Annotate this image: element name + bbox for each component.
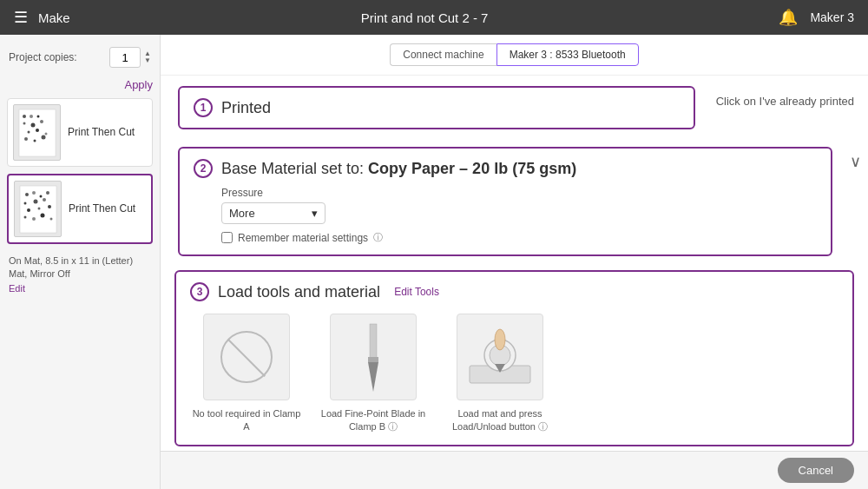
- svg-point-24: [37, 207, 40, 209]
- content-area: Connect machine Maker 3 : 8533 Bluetooth…: [161, 35, 868, 489]
- thumbnail-svg-1: [16, 106, 59, 160]
- page-title: Print and not Cut 2 - 7: [70, 10, 779, 25]
- sidebar-item-2[interactable]: Print Then Cut: [7, 174, 153, 244]
- tool-card-3: Load mat and press Load/Unload button ⓘ: [444, 314, 556, 434]
- selected-edit-link[interactable]: Edit: [9, 283, 25, 294]
- svg-marker-32: [368, 362, 378, 392]
- sidebar-item-1-label: Print Then Cut: [68, 126, 135, 140]
- sidebar-item-2-label: Print Then Cut: [69, 202, 135, 216]
- step3-title: Load tools and material: [218, 283, 380, 301]
- svg-point-17: [32, 191, 36, 195]
- remember-info-icon[interactable]: ⓘ: [373, 231, 383, 244]
- step1-section: 1 Printed: [178, 86, 695, 129]
- tool-card-2-img: [330, 314, 417, 400]
- svg-point-16: [25, 193, 29, 196]
- svg-point-5: [23, 122, 25, 124]
- svg-point-18: [39, 195, 42, 197]
- no-tool-circle: [220, 331, 273, 383]
- main-layout: Project copies: ▲ ▼ Apply: [0, 35, 868, 489]
- svg-point-27: [32, 217, 36, 221]
- pressure-value: More: [229, 207, 255, 220]
- svg-point-26: [23, 215, 26, 218]
- svg-point-8: [27, 130, 30, 133]
- copies-arrows: ▲ ▼: [144, 50, 151, 64]
- svg-point-6: [30, 122, 35, 127]
- step2-number: 2: [194, 159, 213, 178]
- copies-down-arrow[interactable]: ▼: [144, 57, 151, 64]
- step1-hint: Click on I've already printed: [709, 76, 865, 108]
- pressure-label: Pressure: [221, 187, 817, 199]
- project-copies-row: Project copies: ▲ ▼: [7, 43, 153, 71]
- svg-point-21: [33, 199, 37, 203]
- svg-point-2: [23, 115, 26, 118]
- svg-point-3: [30, 115, 33, 118]
- svg-point-9: [36, 129, 39, 132]
- svg-point-28: [40, 213, 44, 217]
- tool2-info-icon[interactable]: ⓘ: [388, 421, 398, 432]
- step3-header: 3 Load tools and material Edit Tools: [190, 282, 838, 301]
- svg-point-12: [33, 139, 36, 142]
- tool-card-1-img: [203, 314, 290, 400]
- pressure-select[interactable]: More ▾: [221, 202, 326, 224]
- edit-tools-link[interactable]: Edit Tools: [394, 286, 439, 298]
- svg-point-10: [44, 132, 47, 135]
- step3-number: 3: [190, 282, 209, 301]
- svg-point-13: [41, 135, 45, 139]
- connect-machine-button[interactable]: Connect machine: [390, 43, 496, 66]
- step2-title: Base Material set to: Copy Paper – 20 lb…: [221, 160, 576, 178]
- header: ☰ Make Print and not Cut 2 - 7 🔔 Maker 3: [0, 0, 868, 35]
- footer: Cancel: [161, 451, 868, 489]
- step2-section: 2 Base Material set to: Copy Paper – 20 …: [178, 147, 832, 256]
- step2-header: 2 Base Material set to: Copy Paper – 20 …: [194, 159, 576, 178]
- machine-name-button[interactable]: Maker 3 : 8533 Bluetooth: [496, 43, 639, 66]
- step1-number: 1: [194, 98, 213, 117]
- svg-point-23: [27, 208, 30, 212]
- load-mat-icon: [465, 322, 535, 392]
- tool-cards: No tool required in Clamp A Load Fine-Po…: [190, 314, 838, 434]
- svg-point-4: [36, 115, 39, 117]
- step2-row: 2 Base Material set to: Copy Paper – 20 …: [194, 159, 817, 178]
- cancel-button[interactable]: Cancel: [778, 458, 854, 483]
- sidebar-item-1[interactable]: Print Then Cut: [7, 98, 153, 167]
- bell-icon[interactable]: 🔔: [779, 8, 798, 27]
- svg-point-19: [46, 191, 49, 195]
- pressure-chevron-icon: ▾: [312, 207, 318, 220]
- step2-title-prefix: Base Material set to:: [221, 160, 368, 177]
- svg-point-36: [495, 329, 505, 350]
- copies-input-group: ▲ ▼: [109, 47, 151, 68]
- thumbnail-svg-2: [16, 182, 60, 236]
- step3-section: 3 Load tools and material Edit Tools No …: [174, 270, 854, 446]
- project-copies-label: Project copies:: [9, 51, 77, 63]
- step1-header: 1 Printed: [194, 98, 680, 117]
- tool-card-1: No tool required in Clamp A: [190, 314, 303, 434]
- no-tool-line: [227, 339, 266, 377]
- machine-bar: Connect machine Maker 3 : 8533 Bluetooth: [161, 35, 868, 76]
- svg-point-20: [23, 202, 26, 204]
- sidebar-selected-info: On Mat, 8.5 in x 11 in (Letter) Mat, Mir…: [7, 251, 153, 298]
- step2-collapse-button[interactable]: ∨: [846, 149, 865, 175]
- step2-material: Copy Paper – 20 lb (75 gsm): [368, 160, 576, 177]
- tool-card-2: Load Fine-Point Blade in Clamp B ⓘ: [317, 314, 430, 434]
- svg-point-22: [43, 198, 46, 202]
- header-right: 🔔 Maker 3: [779, 8, 854, 27]
- step2-details: Pressure More ▾ Remember material settin…: [221, 187, 817, 244]
- svg-point-11: [24, 137, 28, 141]
- blade-icon: [356, 322, 391, 392]
- menu-icon[interactable]: ☰: [14, 8, 28, 27]
- maker-label: Maker 3: [810, 10, 854, 24]
- svg-point-25: [48, 205, 51, 208]
- apply-button[interactable]: Apply: [124, 78, 153, 91]
- tool3-info-icon[interactable]: ⓘ: [538, 421, 548, 432]
- copies-input[interactable]: [109, 47, 141, 68]
- sidebar-thumbnail-1: [13, 104, 61, 161]
- svg-rect-30: [370, 324, 377, 359]
- tool-card-1-label: No tool required in Clamp A: [190, 407, 303, 434]
- sidebar: Project copies: ▲ ▼ Apply: [0, 35, 161, 489]
- step1-outer: 1 Printed Click on I've already printed: [164, 76, 865, 140]
- tool-card-3-label: Load mat and press Load/Unload button ⓘ: [444, 407, 556, 434]
- step2-outer: 2 Base Material set to: Copy Paper – 20 …: [164, 140, 865, 263]
- remember-checkbox[interactable]: [221, 232, 233, 243]
- svg-rect-31: [368, 357, 378, 362]
- sidebar-thumbnail-2: [14, 181, 62, 237]
- tool-card-3-img: [457, 314, 543, 400]
